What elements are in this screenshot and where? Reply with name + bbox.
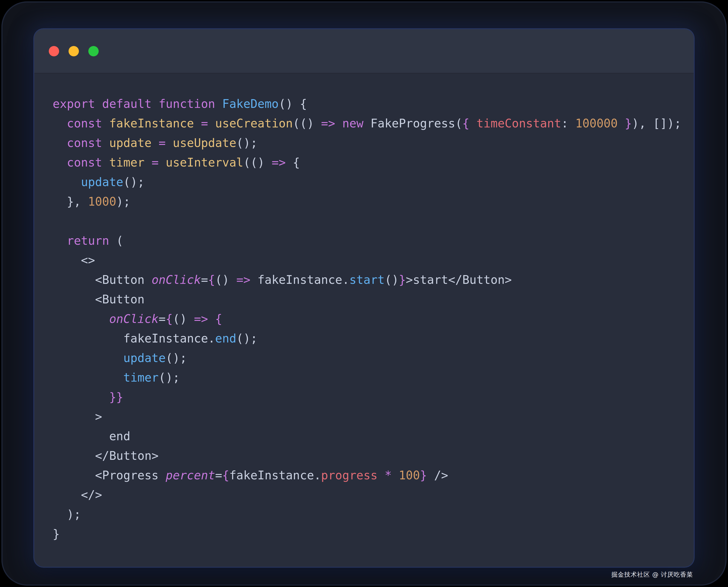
code-line: const update = useUpdate(); [53, 133, 675, 153]
code-token: fakeInstance [109, 117, 194, 130]
code-token: <Button [53, 273, 151, 287]
code-token: => [272, 156, 286, 169]
code-token [335, 117, 342, 130]
code-token: start [349, 273, 385, 287]
code-token [53, 371, 123, 384]
code-window: export default function FakeDemo() { con… [34, 29, 694, 567]
zoom-button[interactable] [88, 46, 99, 56]
code-token: percent [166, 469, 215, 482]
code-token: return [67, 234, 109, 248]
code-line: onClick={() => { [53, 309, 675, 329]
code-line: </Button> [53, 446, 675, 466]
window-titlebar [34, 29, 694, 73]
code-token: const [67, 117, 109, 130]
code-token: FakeDemo [222, 97, 279, 111]
code-token: new [342, 117, 371, 130]
code-line: <> [53, 251, 675, 270]
code-token: onClick [151, 273, 201, 287]
code-token: = [194, 117, 215, 130]
code-token: 1000 [88, 195, 116, 208]
code-token [53, 156, 67, 169]
code-line: end [53, 426, 675, 446]
code-token: }} [109, 390, 123, 404]
code-token: useCreation [215, 117, 293, 130]
code-token: </> [53, 488, 102, 502]
code-token: = [201, 273, 208, 287]
code-token: update [109, 136, 151, 150]
code-line [53, 211, 675, 231]
code-token [53, 234, 67, 248]
code-line: fakeInstance.end(); [53, 329, 675, 348]
code-line: const timer = useInterval(() => { [53, 153, 675, 172]
code-token: (); [236, 136, 257, 150]
code-token: { [166, 312, 173, 326]
code-token: { [208, 273, 215, 287]
code-token: = [159, 312, 166, 326]
code-token: end [215, 332, 236, 345]
code-token: : [561, 117, 575, 130]
code-token [53, 312, 109, 326]
code-token: fakeInstance. [229, 469, 321, 482]
code-token: timer [109, 156, 145, 169]
minimize-button[interactable] [69, 46, 79, 56]
code-line: update(); [53, 348, 675, 368]
code-token: } [399, 273, 406, 287]
code-token: useUpdate [173, 136, 236, 150]
close-button[interactable] [49, 46, 59, 56]
code-token: () [173, 312, 194, 326]
code-line: <Progress percent={fakeInstance.progress… [53, 466, 675, 485]
code-token: { [462, 117, 476, 130]
code-line: } [53, 524, 675, 544]
code-line: }} [53, 388, 675, 407]
code-token [53, 136, 67, 150]
code-token: timer [123, 371, 159, 384]
code-token: <Progress [53, 469, 166, 482]
code-token: = [151, 136, 173, 150]
code-token: update [123, 351, 166, 365]
code-token [53, 117, 67, 130]
code-line: ); [53, 504, 675, 524]
code-token: const [67, 136, 109, 150]
code-token [53, 175, 81, 189]
code-token: { [286, 156, 300, 169]
code-token: (() [243, 156, 272, 169]
watermark: 掘金技术社区 @ 讨厌吃香菜 [611, 570, 693, 579]
code-area: export default function FakeDemo() { con… [34, 73, 694, 567]
code-token: (); [166, 351, 187, 365]
code-token: 100 [399, 469, 420, 482]
code-token: useInterval [166, 156, 243, 169]
code-token: >start</Button> [406, 273, 512, 287]
code-token: } [53, 527, 60, 541]
code-token: => { [194, 312, 222, 326]
code-token: () { [279, 97, 307, 111]
code-token: (); [159, 371, 180, 384]
code-token: timeConstant [476, 117, 561, 130]
code-token: = [215, 469, 222, 482]
code-token: ( [109, 234, 123, 248]
code-token: <Button [53, 292, 144, 306]
code-token: * [377, 469, 399, 482]
code-token: => [321, 117, 335, 130]
code-token: fakeInstance. [258, 273, 349, 287]
code-token: ); [116, 195, 130, 208]
code-token: => [236, 273, 257, 287]
code-token [53, 351, 123, 365]
code-token: <> [53, 254, 95, 267]
code-line: return ( [53, 231, 675, 251]
code-token: (); [123, 175, 144, 189]
code-token: ); [53, 508, 81, 521]
code-line: <Button onClick={() => fakeInstance.star… [53, 270, 675, 289]
code-token: (); [236, 332, 257, 345]
code-line: > [53, 407, 675, 426]
code-token: 100000 [575, 117, 617, 130]
code-token: = [144, 156, 166, 169]
code-token: </Button> [53, 449, 159, 463]
code-token: () [215, 273, 236, 287]
code-token: fakeInstance. [53, 332, 215, 345]
code-token: onClick [109, 312, 159, 326]
code-token: (() [293, 117, 321, 130]
code-token: > [53, 410, 102, 423]
code-token: () [384, 273, 399, 287]
code-token [53, 390, 109, 404]
code-token: end [53, 429, 131, 443]
